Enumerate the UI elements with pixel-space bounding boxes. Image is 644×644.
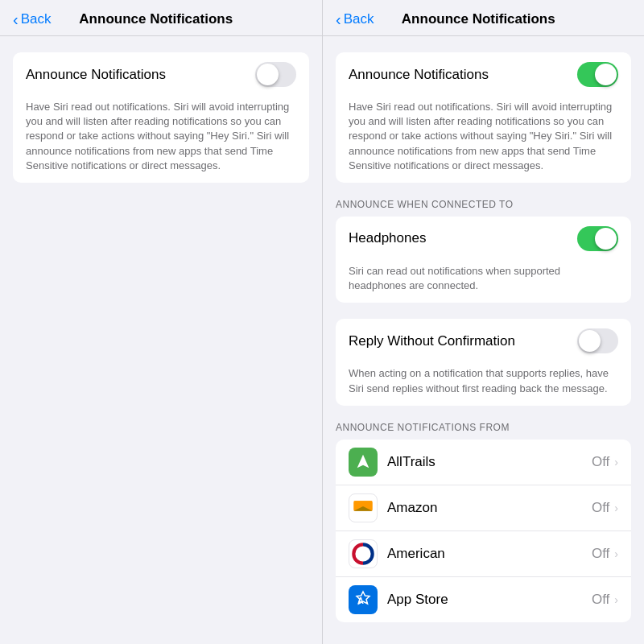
- left-announce-description: Have Siri read out notifications. Siri w…: [13, 97, 309, 183]
- american-chevron-icon: ›: [614, 547, 618, 560]
- appstore-icon: A: [349, 585, 378, 614]
- left-back-button[interactable]: ‹ Back: [13, 11, 51, 27]
- amazon-value: Off: [592, 500, 609, 516]
- list-item[interactable]: American Off ›: [336, 530, 631, 576]
- amazon-name: Amazon: [387, 500, 592, 516]
- headphones-toggle-thumb: [595, 228, 617, 250]
- alltrails-name: AllTrails: [387, 454, 592, 470]
- right-announce-row: Announce Notifications: [336, 52, 631, 97]
- reply-card: Reply Without Confirmation When acting o…: [336, 319, 631, 405]
- appstore-value: Off: [592, 592, 609, 608]
- headphones-toggle[interactable]: [577, 226, 618, 251]
- right-nav-title: Announce Notifications: [374, 11, 583, 27]
- american-icon: [349, 539, 378, 568]
- american-name: American: [387, 546, 592, 562]
- left-announce-toggle[interactable]: [255, 62, 296, 87]
- reply-row: Reply Without Confirmation: [336, 319, 631, 363]
- right-announce-toggle[interactable]: [577, 62, 618, 87]
- headphones-label: Headphones: [349, 230, 577, 246]
- right-announce-label: Announce Notifications: [349, 67, 577, 83]
- right-back-label: Back: [344, 11, 374, 27]
- right-back-button[interactable]: ‹ Back: [336, 11, 374, 27]
- right-back-chevron-icon: ‹: [336, 11, 341, 27]
- left-announce-row: Announce Notifications: [13, 52, 309, 97]
- amazon-icon: [349, 493, 378, 522]
- left-panel: ‹ Back Announce Notifications Announce N…: [0, 0, 322, 644]
- headphones-card: Headphones Siri can read out notificatio…: [336, 217, 631, 303]
- left-announce-card: Announce Notifications Have Siri read ou…: [13, 52, 309, 183]
- list-item[interactable]: A App Store Off ›: [336, 576, 631, 622]
- amazon-chevron-icon: ›: [614, 502, 618, 514]
- right-content: Announce Notifications Have Siri read ou…: [323, 36, 644, 644]
- apps-section-label: ANNOUNCE NOTIFICATIONS FROM: [323, 422, 644, 440]
- left-announce-toggle-thumb: [257, 64, 279, 85]
- american-value: Off: [592, 546, 609, 562]
- right-announce-toggle-thumb: [595, 64, 617, 85]
- reply-toggle-thumb: [579, 330, 601, 352]
- right-announce-description: Have Siri read out notifications. Siri w…: [336, 97, 631, 183]
- announce-when-section-label: ANNOUNCE WHEN CONNECTED TO: [323, 199, 644, 217]
- reply-label: Reply Without Confirmation: [349, 333, 577, 349]
- left-announce-label: Announce Notifications: [26, 67, 255, 83]
- left-nav-bar: ‹ Back Announce Notifications: [0, 0, 322, 36]
- right-announce-card: Announce Notifications Have Siri read ou…: [336, 52, 631, 183]
- alltrails-icon: [349, 448, 378, 477]
- left-back-label: Back: [21, 11, 52, 27]
- alltrails-value: Off: [592, 454, 609, 470]
- appstore-name: App Store: [387, 592, 592, 608]
- right-nav-bar: ‹ Back Announce Notifications: [323, 0, 644, 36]
- svg-text:A: A: [357, 596, 364, 605]
- headphones-description: Siri can read out notifications when sup…: [336, 261, 631, 303]
- left-content: Announce Notifications Have Siri read ou…: [0, 36, 322, 644]
- right-panel: ‹ Back Announce Notifications Announce N…: [322, 0, 644, 644]
- appstore-chevron-icon: ›: [614, 593, 618, 606]
- headphones-row: Headphones: [336, 217, 631, 261]
- list-item[interactable]: AllTrails Off ›: [336, 440, 631, 485]
- alltrails-chevron-icon: ›: [614, 456, 618, 469]
- reply-toggle[interactable]: [577, 328, 618, 353]
- reply-description: When acting on a notification that suppo…: [336, 363, 631, 405]
- left-back-chevron-icon: ‹: [13, 11, 19, 27]
- left-nav-title: Announce Notifications: [51, 11, 261, 27]
- apps-card: AllTrails Off › Amazon Off ›: [336, 440, 631, 622]
- list-item[interactable]: Amazon Off ›: [336, 485, 631, 530]
